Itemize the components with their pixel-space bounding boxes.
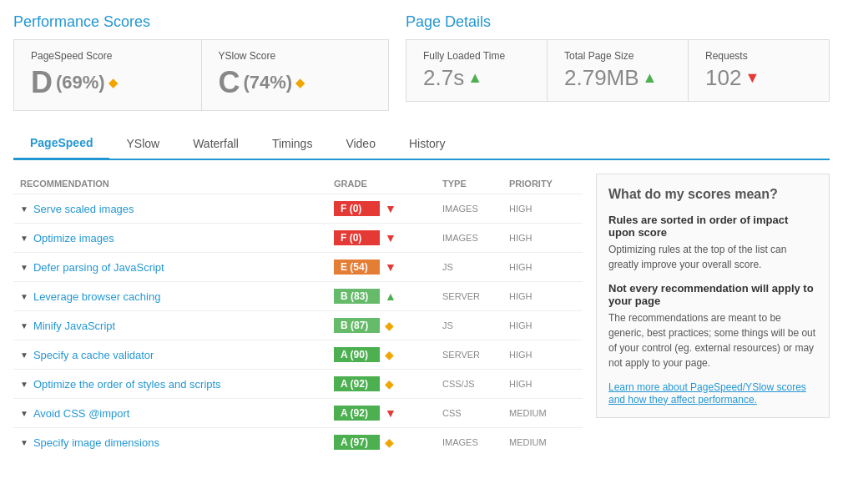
yslow-label: YSlow Score xyxy=(219,50,372,62)
pagespeed-grade-letter: D xyxy=(31,65,53,100)
rec-avoid-css-import[interactable]: ▼ Avoid CSS @import xyxy=(20,407,334,420)
priority-cell: HIGH xyxy=(509,233,576,243)
tab-yslow[interactable]: YSlow xyxy=(109,128,176,159)
performance-scores-panel: Performance Scores PageSpeed Score D (69… xyxy=(13,13,389,111)
col-priority: Priority xyxy=(509,179,576,189)
page-details-panel: Page Details Fully Loaded Time 2.7s ▲ To… xyxy=(406,13,830,111)
info-panel-link[interactable]: Learn more about PageSpeed/YSlow scores … xyxy=(608,381,806,406)
info-panel: What do my scores mean? Rules are sorted… xyxy=(596,174,830,418)
priority-cell: HIGH xyxy=(509,379,576,389)
expand-icon: ▼ xyxy=(20,380,28,389)
grade-label: E (54) xyxy=(334,260,380,275)
tabs-bar: PageSpeed YSlow Waterfall Timings Video … xyxy=(13,128,830,160)
rec-serve-scaled-images[interactable]: ▼ Serve scaled images xyxy=(20,203,334,215)
loaded-time-arrow-icon: ▲ xyxy=(467,69,482,87)
grade-trend-icon: ▼ xyxy=(385,202,396,215)
col-type: Type xyxy=(442,179,509,189)
grade-label: B (83) xyxy=(334,289,380,304)
grade-bar: A (92) ▼ xyxy=(334,406,442,421)
grade-trend-icon: ▲ xyxy=(385,290,396,303)
info-panel-title: What do my scores mean? xyxy=(608,186,817,204)
grade-trend-icon: ▼ xyxy=(385,231,396,244)
table-row: ▼ Optimize images F (0) ▼ IMAGES HIGH xyxy=(13,223,583,252)
type-cell: SERVER xyxy=(442,350,509,360)
requests-box: Requests 102 ▼ xyxy=(689,40,829,101)
tab-pagespeed[interactable]: PageSpeed xyxy=(13,128,109,160)
priority-cell: HIGH xyxy=(509,350,576,360)
page-details-title: Page Details xyxy=(406,13,830,31)
pagespeed-percent: (69%) xyxy=(56,72,105,93)
rec-optimize-order[interactable]: ▼ Optimize the order of styles and scrip… xyxy=(20,378,334,391)
rec-image-dimensions[interactable]: ▼ Specify image dimensions xyxy=(20,436,334,449)
grade-label: B (87) xyxy=(334,318,380,333)
rec-leverage-caching[interactable]: ▼ Leverage browser caching xyxy=(20,290,334,303)
expand-icon: ▼ xyxy=(20,234,28,243)
expand-icon: ▼ xyxy=(20,321,28,330)
table-row: ▼ Avoid CSS @import A (92) ▼ CSS MEDIUM xyxy=(13,398,583,427)
tab-video[interactable]: Video xyxy=(329,128,392,159)
rec-cache-validator[interactable]: ▼ Specify a cache validator xyxy=(20,349,334,361)
grade-label: A (92) xyxy=(334,376,380,391)
table-row: ▼ Leverage browser caching B (83) ▲ SERV… xyxy=(13,281,583,310)
content-area: Recommendation Grade Type Priority ▼ Ser… xyxy=(13,174,830,456)
requests-value: 102 ▼ xyxy=(705,65,812,91)
grade-bar: B (87) ◆ xyxy=(334,318,442,333)
table-row: ▼ Optimize the order of styles and scrip… xyxy=(13,369,583,398)
expand-icon: ▼ xyxy=(20,350,28,360)
table-header: Recommendation Grade Type Priority xyxy=(13,174,583,194)
page-size-box: Total Page Size 2.79MB ▲ xyxy=(548,40,689,101)
expand-icon: ▼ xyxy=(20,409,28,418)
expand-icon: ▼ xyxy=(20,438,28,447)
pagespeed-label: PageSpeed Score xyxy=(31,50,184,62)
grade-bar: A (92) ◆ xyxy=(334,376,442,391)
table-row: ▼ Minify JavaScript B (87) ◆ JS HIGH xyxy=(13,310,583,340)
recommendations-table: Recommendation Grade Type Priority ▼ Ser… xyxy=(13,174,583,456)
grade-trend-icon: ◆ xyxy=(385,319,394,332)
loaded-time-label: Fully Loaded Time xyxy=(423,50,530,62)
priority-cell: HIGH xyxy=(509,204,576,214)
rec-minify-js[interactable]: ▼ Minify JavaScript xyxy=(20,320,334,332)
yslow-diamond-icon: ◆ xyxy=(295,76,305,89)
grade-bar: E (54) ▼ xyxy=(334,260,442,275)
grade-trend-icon: ▼ xyxy=(385,260,396,274)
requests-label: Requests xyxy=(705,50,812,62)
grade-bar: B (83) ▲ xyxy=(334,289,442,304)
priority-cell: MEDIUM xyxy=(509,408,576,418)
priority-cell: HIGH xyxy=(509,291,576,301)
info-section-2-text: The recommendations are meant to be gene… xyxy=(608,310,817,370)
grade-label: F (0) xyxy=(334,201,380,216)
rec-optimize-images[interactable]: ▼ Optimize images xyxy=(20,232,334,244)
type-cell: CSS/JS xyxy=(442,379,509,389)
grade-label: A (97) xyxy=(334,435,380,450)
col-recommendation: Recommendation xyxy=(20,179,334,189)
grade-label: A (90) xyxy=(334,347,380,362)
loaded-time-value: 2.7s ▲ xyxy=(423,65,530,91)
table-row: ▼ Defer parsing of JavaScript E (54) ▼ J… xyxy=(13,252,583,281)
table-row: ▼ Specify image dimensions A (97) ◆ IMAG… xyxy=(13,427,583,456)
table-row: ▼ Serve scaled images F (0) ▼ IMAGES HIG… xyxy=(13,194,583,223)
grade-bar: F (0) ▼ xyxy=(334,230,442,245)
tab-waterfall[interactable]: Waterfall xyxy=(176,128,255,159)
grade-label: A (92) xyxy=(334,406,380,421)
rec-defer-parsing[interactable]: ▼ Defer parsing of JavaScript xyxy=(20,261,334,274)
tab-history[interactable]: History xyxy=(392,128,462,159)
yslow-score-box: YSlow Score C (74%) ◆ xyxy=(202,40,389,110)
tab-timings[interactable]: Timings xyxy=(255,128,330,159)
yslow-grade-letter: C xyxy=(219,65,240,100)
type-cell: IMAGES xyxy=(442,204,509,214)
page-size-arrow-icon: ▲ xyxy=(643,69,658,87)
details-boxes: Fully Loaded Time 2.7s ▲ Total Page Size… xyxy=(406,39,830,102)
type-cell: IMAGES xyxy=(442,233,509,243)
expand-icon: ▼ xyxy=(20,263,28,272)
performance-scores-title: Performance Scores xyxy=(13,13,389,31)
score-boxes: PageSpeed Score D (69%) ◆ YSlow Score C … xyxy=(13,39,389,111)
info-section-1-title: Rules are sorted in order of impact upon… xyxy=(608,214,817,239)
grade-trend-icon: ◆ xyxy=(385,436,394,449)
grade-bar: A (97) ◆ xyxy=(334,435,442,450)
loaded-time-box: Fully Loaded Time 2.7s ▲ xyxy=(406,40,548,101)
page-size-label: Total Page Size xyxy=(564,50,671,62)
table-row: ▼ Specify a cache validator A (90) ◆ SER… xyxy=(13,340,583,369)
info-section-2-title: Not every recommendation will apply to y… xyxy=(608,282,817,307)
type-cell: JS xyxy=(442,262,509,272)
grade-trend-icon: ▼ xyxy=(385,406,396,420)
